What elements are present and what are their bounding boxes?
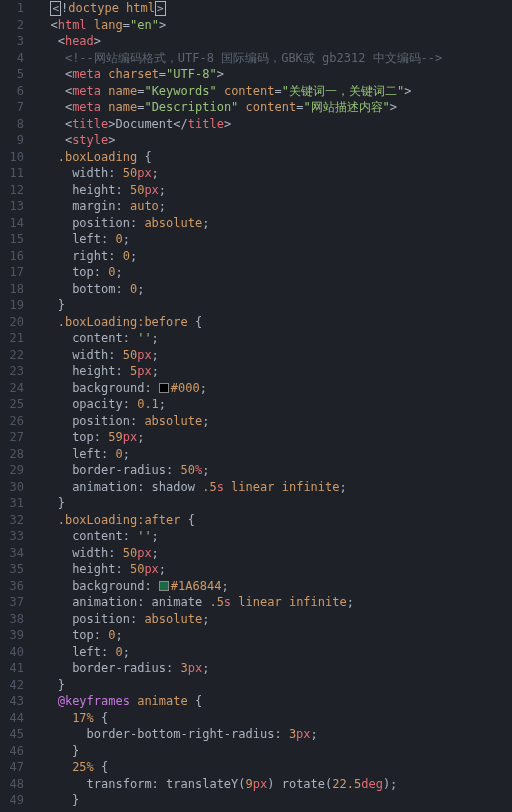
line-number: 31 (0, 495, 24, 512)
code-token (36, 232, 72, 246)
line-number: 30 (0, 479, 24, 496)
code-line[interactable]: } (36, 677, 512, 694)
code-editor[interactable]: 1234567891011121314151617181920212223242… (0, 0, 512, 812)
code-line[interactable]: position: absolute; (36, 215, 512, 232)
code-line[interactable]: position: absolute; (36, 413, 512, 430)
code-line[interactable]: .boxLoading:before { (36, 314, 512, 331)
code-token: : (108, 546, 122, 560)
code-token: '' (137, 331, 151, 345)
code-token: ( (238, 777, 245, 791)
code-line[interactable]: border-radius: 3px; (36, 660, 512, 677)
code-area[interactable]: <!doctype html> <html lang="en"> <head> … (36, 0, 512, 812)
code-line[interactable]: content: ''; (36, 330, 512, 347)
code-line[interactable]: animation: animate .5s linear infinite; (36, 594, 512, 611)
code-line[interactable]: width: 50px; (36, 347, 512, 364)
code-line[interactable]: bottom: 0; (36, 281, 512, 298)
code-line[interactable]: border-radius: 50%; (36, 462, 512, 479)
code-line[interactable]: <html lang="en"> (36, 17, 512, 34)
code-line[interactable]: <!--网站编码格式，UTF-8 国际编码，GBK或 gb2312 中文编码--… (36, 50, 512, 67)
code-line[interactable]: top: 59px; (36, 429, 512, 446)
code-token: "网站描述内容" (303, 100, 389, 114)
code-token (87, 18, 94, 32)
code-line[interactable]: <meta charset="UTF-8"> (36, 66, 512, 83)
code-token (36, 546, 72, 560)
code-line[interactable]: top: 0; (36, 627, 512, 644)
code-token: = (123, 18, 130, 32)
code-token: 50 (123, 166, 137, 180)
code-line[interactable]: <head> (36, 33, 512, 50)
code-line[interactable]: transform: translateY(9px) rotate(22.5de… (36, 776, 512, 793)
code-line[interactable]: height: 50px; (36, 182, 512, 199)
code-token: animate (137, 694, 188, 708)
code-line[interactable]: margin: auto; (36, 198, 512, 215)
code-line[interactable]: } (36, 743, 512, 760)
code-line[interactable]: background: #1A6844; (36, 578, 512, 595)
code-line[interactable]: animation: shadow .5s linear infinite; (36, 479, 512, 496)
code-line[interactable]: .boxLoading:after { (36, 512, 512, 529)
code-token: : (123, 529, 137, 543)
line-number: 17 (0, 264, 24, 281)
code-line[interactable]: left: 0; (36, 231, 512, 248)
code-line[interactable]: background: #000; (36, 380, 512, 397)
code-line[interactable]: <title>Document</title> (36, 116, 512, 133)
code-token: height (72, 562, 115, 576)
code-token: : (108, 166, 122, 180)
code-line[interactable]: } (36, 495, 512, 512)
code-token (36, 100, 65, 114)
code-token: animation (72, 480, 137, 494)
code-token: Document (116, 117, 174, 131)
code-token: : (137, 595, 151, 609)
code-line[interactable]: width: 50px; (36, 165, 512, 182)
code-line[interactable]: 25% { (36, 759, 512, 776)
code-line[interactable]: border-bottom-right-radius: 3px; (36, 726, 512, 743)
code-line[interactable]: content: ''; (36, 528, 512, 545)
code-token: #1A6844 (171, 579, 222, 593)
code-token: ; (159, 397, 166, 411)
code-line[interactable]: right: 0; (36, 248, 512, 265)
line-number: 16 (0, 248, 24, 265)
line-number: 14 (0, 215, 24, 232)
code-token: 0 (115, 447, 122, 461)
code-line[interactable]: } (36, 792, 512, 809)
code-token: : (101, 645, 115, 659)
code-token: 50 (123, 348, 137, 362)
code-line[interactable]: .boxLoading { (36, 149, 512, 166)
line-number: 13 (0, 198, 24, 215)
code-line[interactable]: <meta name="Keywords" content="关键词一，关键词二… (36, 83, 512, 100)
code-token: 0 (108, 628, 115, 642)
code-line[interactable]: left: 0; (36, 446, 512, 463)
line-number: 33 (0, 528, 24, 545)
code-token: ; (152, 529, 159, 543)
code-token (36, 579, 72, 593)
code-token: "UTF-8" (166, 67, 217, 81)
code-line[interactable]: height: 50px; (36, 561, 512, 578)
code-token: ; (123, 232, 130, 246)
line-number: 44 (0, 710, 24, 727)
line-number: 19 (0, 297, 24, 314)
code-token: } (36, 793, 79, 807)
code-line[interactable]: width: 50px; (36, 545, 512, 562)
code-line[interactable]: position: absolute; (36, 611, 512, 628)
code-line[interactable]: 17% { (36, 710, 512, 727)
code-token: 3 (181, 661, 188, 675)
code-token: .5 (202, 480, 216, 494)
code-line[interactable]: @keyframes animate { (36, 693, 512, 710)
code-line[interactable]: top: 0; (36, 264, 512, 281)
code-token: width (72, 546, 108, 560)
code-token: ; (159, 562, 166, 576)
code-token (36, 562, 72, 576)
code-line[interactable]: <!doctype html> (36, 0, 512, 17)
code-token: : (101, 232, 115, 246)
code-token: } (36, 744, 79, 758)
code-token: content (224, 84, 275, 98)
code-line[interactable]: height: 5px; (36, 363, 512, 380)
code-line[interactable]: opacity: 0.1; (36, 396, 512, 413)
code-line[interactable]: } (36, 297, 512, 314)
code-line[interactable]: left: 0; (36, 644, 512, 661)
line-number: 45 (0, 726, 24, 743)
code-line[interactable]: <meta name="Description" content="网站描述内容… (36, 99, 512, 116)
code-token: < (50, 1, 61, 16)
code-line[interactable]: <style> (36, 132, 512, 149)
code-token: px (137, 166, 151, 180)
code-token: ; (130, 249, 137, 263)
